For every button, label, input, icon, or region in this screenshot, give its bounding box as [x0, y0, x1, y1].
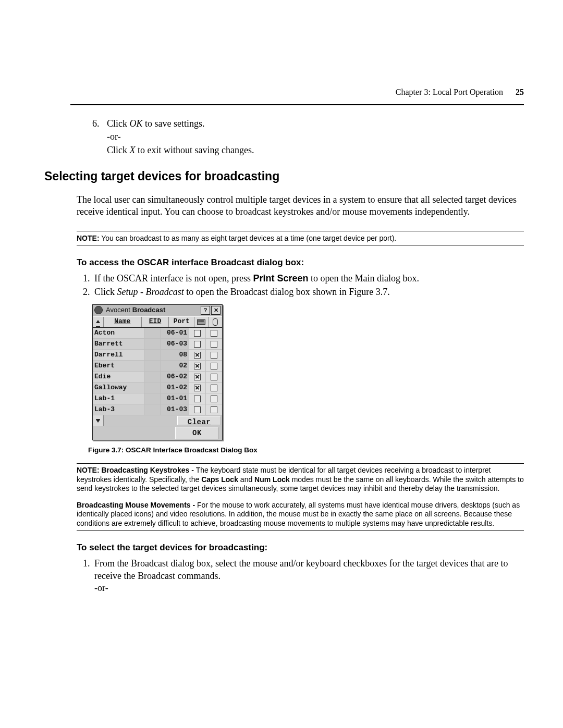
cell-port: 01-01 [161, 393, 189, 404]
broadcast-dialog: Avocent Broadcast ? ✕ Name EID Port Acto… [92, 304, 223, 441]
step-1: If the OSCAR interface is not open, pres… [92, 273, 524, 285]
cell-name: Lab-3 [93, 404, 144, 415]
cell-port: 06-03 [161, 339, 189, 349]
page-header: Chapter 3: Local Port Operation 25 [70, 88, 524, 105]
subsection-access-broadcast: To access the OSCAR interface Broadcast … [77, 257, 524, 268]
mouse-checkbox[interactable] [206, 361, 222, 371]
chapter-label: Chapter 3: Local Port Operation [396, 88, 503, 96]
table-row: Ebert02 [93, 361, 222, 372]
keyboard-checkbox[interactable] [189, 393, 206, 404]
cell-name: Galloway [93, 382, 144, 393]
keyboard-checkbox[interactable] [189, 361, 206, 371]
mouse-checkbox[interactable] [206, 372, 222, 382]
keyboard-checkbox[interactable] [189, 350, 206, 360]
keyboard-checkbox[interactable] [189, 372, 206, 382]
scroll-up-button[interactable] [93, 317, 104, 327]
column-headers: Name EID Port [93, 316, 222, 328]
column-keyboard[interactable] [194, 317, 209, 327]
subsection-select-targets: To select the target devices for broadca… [77, 542, 524, 553]
steps-access: If the OSCAR interface is not open, pres… [77, 273, 524, 298]
column-eid[interactable]: EID [142, 317, 169, 327]
dialog-title: Broadcast [132, 306, 166, 315]
help-button[interactable]: ? [201, 306, 210, 315]
cell-port: 01-03 [161, 404, 189, 415]
table-row: Galloway01-02 [93, 382, 222, 393]
table-row: Barrett06-03 [93, 339, 222, 350]
mouse-checkbox[interactable] [206, 393, 222, 404]
table-row: Edie06-02 [93, 372, 222, 382]
note2-label: NOTE: Broadcasting Keystrokes - [77, 466, 196, 474]
cell-name: Darrell [93, 350, 144, 360]
cell-port: 02 [161, 361, 189, 371]
note-keystrokes: NOTE: Broadcasting Keystrokes - The keyb… [77, 463, 524, 493]
scroll-down-button[interactable] [93, 415, 104, 426]
keyboard-checkbox[interactable] [189, 328, 206, 338]
column-name[interactable]: Name [104, 317, 142, 327]
globe-icon [94, 306, 103, 314]
dialog-titlebar: Avocent Broadcast ? ✕ [93, 305, 222, 316]
intro-paragraph: The local user can simultaneously contro… [77, 194, 524, 218]
cell-name: Edie [93, 372, 144, 382]
cell-port: 01-02 [161, 382, 189, 393]
table-row: Lab-301-03 [93, 404, 222, 415]
note-label: NOTE: [77, 234, 100, 242]
keyboard-checkbox[interactable] [189, 339, 206, 349]
column-mouse[interactable] [209, 317, 222, 327]
figure-caption: Figure 3.7: OSCAR Interface Broadcast Di… [88, 446, 524, 455]
clear-button[interactable]: Clear [177, 416, 221, 425]
mouse-checkbox[interactable] [206, 339, 222, 349]
step-number: 6. [92, 118, 100, 130]
ok-button[interactable]: OK [175, 427, 219, 439]
page-number: 25 [516, 88, 524, 96]
cell-name: Acton [93, 328, 144, 338]
mouse-checkbox[interactable] [206, 404, 222, 415]
column-port[interactable]: Port [169, 317, 194, 327]
mouse-checkbox[interactable] [206, 328, 222, 338]
note-mouse: Broadcasting Mouse Movements - For the m… [77, 501, 524, 531]
step-2: Click Setup - Broadcast to open the Broa… [92, 286, 524, 298]
keyboard-icon [197, 319, 205, 325]
section-heading: Selecting target devices for broadcastin… [44, 169, 524, 184]
arrow-up-icon [96, 320, 100, 323]
cell-name: Lab-1 [93, 393, 144, 404]
arrow-down-icon [96, 419, 100, 423]
note3-label: Broadcasting Mouse Movements - [77, 501, 197, 509]
dialog-brand: Avocent [106, 306, 130, 315]
keyboard-checkbox[interactable] [189, 404, 206, 415]
cell-port: 08 [161, 350, 189, 360]
table-row: Acton06-01 [93, 328, 222, 339]
continued-step-6: 6. Click OK to save settings. -or- Click… [70, 118, 524, 156]
cell-name: Ebert [93, 361, 144, 371]
cell-port: 06-02 [161, 372, 189, 382]
mouse-icon [213, 318, 218, 326]
mouse-checkbox[interactable] [206, 350, 222, 360]
note-eight-devices: NOTE: You can broadcast to as many as ei… [77, 231, 524, 245]
step-1-select: From the Broadcast dialog box, select th… [92, 558, 524, 594]
table-row: Lab-101-01 [93, 393, 222, 404]
keyboard-checkbox[interactable] [189, 382, 206, 393]
mouse-checkbox[interactable] [206, 382, 222, 393]
cell-port: 06-01 [161, 328, 189, 338]
close-button[interactable]: ✕ [211, 306, 221, 315]
table-row: Darrell08 [93, 350, 222, 361]
steps-select: From the Broadcast dialog box, select th… [77, 558, 524, 594]
cell-name: Barrett [93, 339, 144, 349]
